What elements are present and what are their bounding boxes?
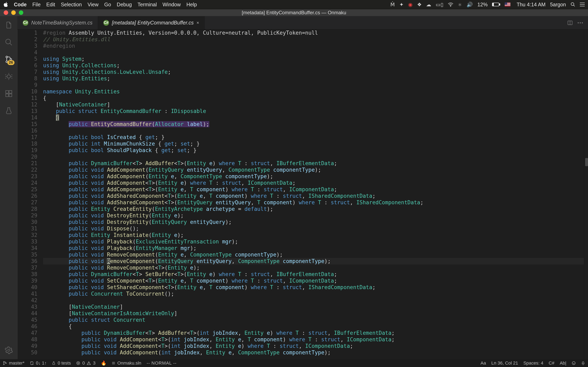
test-icon[interactable] bbox=[4, 106, 14, 116]
close-tab-icon[interactable]: × bbox=[197, 20, 199, 25]
code-area[interactable]: #region Assembly Unity.Entities, Version… bbox=[43, 30, 584, 359]
window-titlebar: [metadata] EntityCommandBuffer.cs — Onma… bbox=[0, 9, 588, 16]
svg-rect-3 bbox=[493, 3, 494, 6]
debug-icon[interactable] bbox=[4, 72, 14, 81]
svg-point-24 bbox=[582, 22, 583, 23]
bluetooth-icon[interactable]: ∗ bbox=[458, 2, 462, 8]
svg-point-23 bbox=[580, 22, 581, 23]
user-name[interactable]: 5argon bbox=[550, 2, 566, 8]
status-problems[interactable]: 0 3 bbox=[76, 360, 95, 366]
editor-tab-1[interactable]: C# NoteTimeBakingSystem.cs bbox=[17, 16, 98, 29]
menu-view[interactable]: View bbox=[87, 2, 99, 8]
battery-icon[interactable] bbox=[492, 2, 500, 7]
svg-point-14 bbox=[10, 58, 11, 60]
menubar-left: Code File Edit Selection View Go Debug T… bbox=[3, 2, 197, 8]
tab-label: NoteTimeBakingSystem.cs bbox=[31, 20, 93, 26]
svg-point-0 bbox=[450, 6, 451, 7]
menu-selection[interactable]: Selection bbox=[61, 2, 82, 8]
code-editor[interactable]: 1234567891011121314151617181920212223242… bbox=[17, 30, 588, 359]
status-sync[interactable]: 0↓ 1↑ bbox=[30, 360, 47, 366]
status-solution[interactable]: Onmaku.sln bbox=[112, 360, 141, 366]
tray-icon-1[interactable]: Ṁ bbox=[390, 2, 395, 8]
svg-point-25 bbox=[3, 361, 4, 362]
menu-help[interactable]: Help bbox=[186, 2, 197, 8]
status-branch[interactable]: master* bbox=[3, 360, 25, 366]
status-feedback-icon[interactable] bbox=[572, 361, 576, 365]
minimize-window-button[interactable] bbox=[11, 10, 16, 15]
status-ab[interactable]: Ab| bbox=[560, 360, 566, 366]
menu-window[interactable]: Window bbox=[163, 2, 181, 8]
csharp-file-icon: C# bbox=[103, 20, 109, 26]
svg-point-27 bbox=[6, 363, 6, 364]
menubar-right: Ṁ ✦ ◉ ❖ ☁ ▭▯ ∗ 🔊 12% Thu 4:14 AM 5argon bbox=[390, 2, 585, 8]
split-editor-icon[interactable] bbox=[567, 20, 573, 26]
svg-point-20 bbox=[8, 349, 10, 351]
menu-go[interactable]: Go bbox=[104, 2, 111, 8]
tray-icon-unity[interactable]: ✦ bbox=[399, 2, 404, 8]
status-vim-mode: -- NORMAL -- bbox=[147, 360, 177, 366]
minimap[interactable] bbox=[584, 30, 588, 359]
status-language[interactable]: C# bbox=[549, 360, 554, 366]
close-window-button[interactable] bbox=[4, 10, 8, 15]
tray-icon-displays[interactable]: ▭▯ bbox=[436, 2, 443, 8]
svg-point-15 bbox=[7, 75, 10, 78]
status-flame[interactable]: 🔥 bbox=[101, 360, 106, 366]
flame-icon: 🔥 bbox=[101, 360, 106, 366]
window-title: [metadata] EntityCommandBuffer.cs — Onma… bbox=[242, 10, 346, 16]
scm-badge: 26 bbox=[7, 60, 14, 65]
zoom-window-button[interactable] bbox=[19, 10, 23, 15]
traffic-lights bbox=[0, 10, 23, 15]
app-body: 26 C# NoteTimeBakingSystem.cs C# [metada… bbox=[0, 16, 588, 359]
status-bar: master* 0↓ 1↑ 0 tests 0 3 🔥 Onmaku.sln -… bbox=[0, 359, 588, 367]
clock[interactable]: Thu 4:14 AM bbox=[517, 2, 545, 8]
editor-tab-2[interactable]: C# [metadata] EntityCommandBuffer.cs × bbox=[98, 16, 205, 29]
svg-point-12 bbox=[6, 56, 7, 58]
menu-icon[interactable] bbox=[580, 2, 585, 7]
svg-rect-8 bbox=[505, 5, 510, 6]
svg-point-29 bbox=[572, 362, 575, 365]
app-name[interactable]: Code bbox=[14, 2, 27, 8]
svg-point-11 bbox=[6, 39, 10, 44]
svg-point-13 bbox=[6, 61, 7, 63]
flag-icon[interactable] bbox=[505, 2, 510, 7]
battery-percent[interactable]: 12% bbox=[477, 2, 488, 8]
wifi-icon[interactable] bbox=[448, 2, 453, 7]
menu-terminal[interactable]: Terminal bbox=[138, 2, 157, 8]
status-tests[interactable]: 0 tests bbox=[52, 360, 71, 366]
tray-icon-dropbox[interactable]: ❖ bbox=[417, 2, 422, 8]
source-control-icon[interactable]: 26 bbox=[4, 54, 14, 64]
status-indent[interactable]: Spaces: 4 bbox=[523, 360, 543, 366]
tray-icon-record[interactable]: ◉ bbox=[408, 2, 413, 8]
svg-point-26 bbox=[3, 364, 4, 365]
status-case[interactable]: Aa bbox=[481, 360, 486, 366]
volume-icon[interactable]: 🔊 bbox=[467, 2, 473, 8]
tab-label: [metadata] EntityCommandBuffer.cs bbox=[112, 20, 194, 26]
svg-point-22 bbox=[578, 22, 579, 23]
extensions-icon[interactable] bbox=[4, 89, 14, 99]
search-icon[interactable] bbox=[4, 37, 14, 47]
tab-actions bbox=[567, 16, 588, 29]
svg-rect-19 bbox=[9, 94, 12, 97]
spotlight-icon[interactable] bbox=[571, 2, 575, 7]
tray-icon-cloud[interactable]: ☁ bbox=[426, 2, 431, 8]
svg-rect-16 bbox=[6, 91, 8, 93]
line-gutter: 1234567891011121314151617181920212223242… bbox=[17, 30, 43, 359]
sync-text: 0↓ 1↑ bbox=[36, 360, 47, 366]
status-cursor-pos[interactable]: Ln 36, Col 21 bbox=[492, 360, 518, 366]
svg-rect-9 bbox=[505, 2, 507, 5]
csharp-file-icon: C# bbox=[23, 20, 28, 26]
menu-file[interactable]: File bbox=[33, 2, 41, 8]
svg-rect-2 bbox=[499, 4, 500, 5]
explorer-icon[interactable] bbox=[4, 20, 14, 30]
svg-rect-18 bbox=[6, 94, 8, 97]
minimap-thumb[interactable] bbox=[585, 158, 588, 166]
more-icon[interactable] bbox=[577, 22, 583, 24]
editor-column: C# NoteTimeBakingSystem.cs C# [metadata]… bbox=[17, 16, 588, 359]
apple-icon[interactable] bbox=[3, 2, 8, 7]
menu-debug[interactable]: Debug bbox=[117, 2, 132, 8]
status-bell-icon[interactable] bbox=[581, 361, 585, 365]
activity-bar: 26 bbox=[0, 16, 17, 359]
settings-icon[interactable] bbox=[4, 345, 14, 355]
tab-bar: C# NoteTimeBakingSystem.cs C# [metadata]… bbox=[17, 16, 588, 30]
menu-edit[interactable]: Edit bbox=[46, 2, 55, 8]
